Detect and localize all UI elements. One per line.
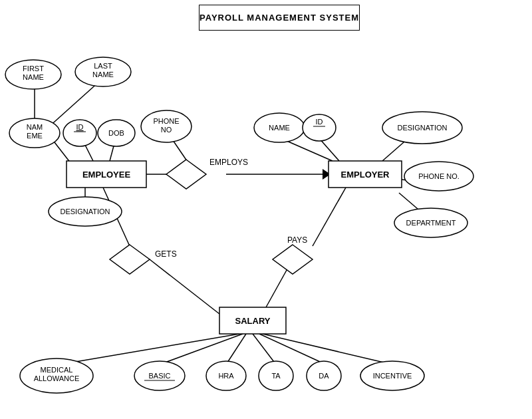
svg-text:EME: EME — [27, 132, 43, 140]
svg-text:DA: DA — [319, 372, 329, 380]
er-diagram: PAYROLL MANAGEMENT SYSTEM — [0, 0, 532, 419]
svg-text:DESIGNATION: DESIGNATION — [398, 124, 448, 132]
title-box: PAYROLL MANAGEMENT SYSTEM — [199, 5, 360, 31]
svg-text:PHONE: PHONE — [153, 117, 179, 125]
svg-text:ALLOWANCE: ALLOWANCE — [34, 374, 80, 382]
gets-label: GETS — [155, 249, 177, 259]
svg-text:ID: ID — [316, 118, 323, 126]
svg-line-21 — [160, 334, 243, 364]
svg-text:NAME: NAME — [269, 124, 290, 132]
svg-line-25 — [263, 334, 392, 364]
svg-text:FIRST: FIRST — [23, 65, 44, 72]
svg-text:NO: NO — [161, 126, 172, 134]
salary-label: SALARY — [235, 316, 271, 326]
svg-text:DOB: DOB — [108, 129, 124, 137]
svg-line-20 — [60, 334, 239, 364]
svg-line-17 — [150, 259, 219, 314]
svg-text:NAM: NAM — [27, 123, 43, 131]
svg-text:NAME: NAME — [92, 70, 114, 78]
svg-text:MEDICAL: MEDICAL — [41, 366, 73, 374]
employer-label: EMPLOYER — [341, 170, 390, 180]
svg-marker-28 — [273, 245, 313, 274]
employs-label: EMPLOYS — [209, 158, 248, 167]
pays-label: PAYS — [287, 235, 307, 245]
svg-line-23 — [253, 334, 276, 364]
svg-line-24 — [259, 334, 326, 364]
svg-text:INCENTIVE: INCENTIVE — [373, 372, 412, 380]
svg-text:LAST: LAST — [94, 62, 112, 70]
svg-text:HRA: HRA — [218, 372, 234, 380]
svg-line-18 — [313, 188, 346, 246]
svg-text:PHONE NO.: PHONE NO. — [418, 172, 460, 180]
svg-line-15 — [399, 193, 418, 209]
svg-marker-27 — [110, 245, 150, 274]
employee-label: EMPLOYEE — [82, 170, 131, 180]
svg-text:TA: TA — [271, 372, 281, 380]
svg-text:NAME: NAME — [23, 73, 44, 81]
title-text: PAYROLL MANAGEMENT SYSTEM — [200, 13, 359, 23]
svg-text:ID: ID — [76, 123, 84, 131]
svg-text:DEPARTMENT: DEPARTMENT — [406, 219, 456, 227]
svg-text:DESIGNATION: DESIGNATION — [61, 208, 110, 215]
svg-marker-26 — [166, 160, 206, 189]
svg-text:BASIC: BASIC — [148, 372, 170, 380]
svg-line-12 — [319, 138, 339, 161]
